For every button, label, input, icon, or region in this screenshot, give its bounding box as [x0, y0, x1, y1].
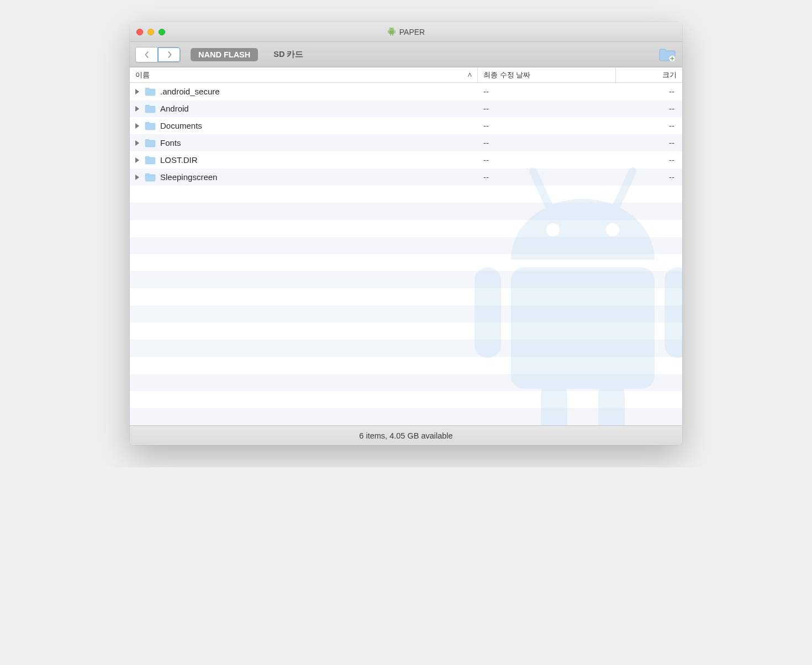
name-cell: Documents	[130, 121, 478, 130]
empty-row	[130, 323, 682, 340]
disclosure-triangle-icon[interactable]	[135, 140, 139, 146]
nav-button-group	[135, 47, 181, 62]
sort-indicator-icon: ᐱ	[468, 72, 472, 78]
empty-row	[130, 186, 682, 203]
name-cell: Fonts	[130, 138, 478, 147]
tab-nand-flash[interactable]: NAND FLASH	[191, 48, 258, 61]
table-row[interactable]: Android -- --	[130, 100, 682, 117]
empty-row	[130, 357, 682, 374]
folder-icon	[145, 104, 156, 113]
name-cell: LOST.DIR	[130, 155, 478, 165]
date-cell: --	[478, 121, 616, 130]
tab-sd-card[interactable]: SD 카드	[266, 47, 311, 62]
name-cell: .android_secure	[130, 87, 478, 96]
folder-icon	[145, 122, 156, 130]
empty-row	[130, 203, 682, 220]
toolbar: NAND FLASH SD 카드	[130, 42, 682, 67]
date-cell: --	[478, 87, 616, 96]
minimize-button[interactable]	[147, 29, 154, 35]
window-title-wrapper: PAPER	[387, 27, 425, 37]
empty-row	[130, 271, 682, 288]
size-cell: --	[616, 172, 682, 182]
folder-icon	[145, 139, 156, 147]
disclosure-triangle-icon[interactable]	[135, 175, 139, 180]
size-cell: --	[616, 121, 682, 130]
svg-rect-8	[392, 34, 393, 36]
size-cell: --	[616, 155, 682, 165]
svg-rect-6	[394, 30, 396, 33]
disclosure-triangle-icon[interactable]	[135, 106, 139, 112]
file-name: Android	[160, 104, 189, 113]
svg-rect-4	[389, 30, 394, 34]
chevron-right-icon	[167, 51, 172, 58]
size-cell: --	[616, 104, 682, 113]
column-date-header[interactable]: 최종 수정 날짜	[478, 67, 616, 82]
empty-row	[130, 237, 682, 254]
table-row[interactable]: Sleepingscreen -- --	[130, 168, 682, 186]
svg-rect-7	[390, 34, 391, 36]
empty-row	[130, 254, 682, 271]
date-cell: --	[478, 138, 616, 147]
status-text: 6 items, 4.05 GB available	[359, 431, 452, 440]
size-cell: --	[616, 87, 682, 96]
empty-row	[130, 391, 682, 408]
titlebar[interactable]: PAPER	[130, 22, 682, 42]
empty-row	[130, 340, 682, 357]
empty-row	[130, 305, 682, 323]
table-row[interactable]: Documents -- --	[130, 117, 682, 134]
file-name: Fonts	[160, 138, 181, 147]
empty-row	[130, 220, 682, 237]
disclosure-triangle-icon[interactable]	[135, 123, 139, 129]
svg-rect-5	[388, 30, 389, 33]
column-date-label: 최종 수정 날짜	[483, 70, 530, 80]
android-icon	[387, 27, 396, 37]
empty-row	[130, 408, 682, 425]
date-cell: --	[478, 104, 616, 113]
zoom-button[interactable]	[159, 29, 165, 35]
table-row[interactable]: Fonts -- --	[130, 134, 682, 151]
folder-plus-icon	[658, 48, 676, 62]
size-cell: --	[616, 138, 682, 147]
window-title: PAPER	[399, 28, 425, 36]
column-size-label: 크기	[662, 70, 677, 80]
disclosure-triangle-icon[interactable]	[135, 89, 139, 94]
column-name-header[interactable]: 이름 ᐱ	[130, 67, 478, 82]
file-name: LOST.DIR	[160, 155, 198, 165]
column-header-row: 이름 ᐱ 최종 수정 날짜 크기	[130, 67, 682, 83]
name-cell: Android	[130, 104, 478, 113]
folder-icon	[145, 156, 156, 165]
folder-icon	[145, 173, 156, 182]
window-controls	[136, 29, 165, 35]
date-cell: --	[478, 155, 616, 165]
forward-button[interactable]	[158, 48, 180, 62]
empty-row	[130, 288, 682, 305]
file-name: Documents	[160, 121, 202, 130]
folder-icon	[145, 87, 156, 96]
svg-point-2	[390, 28, 391, 29]
back-button[interactable]	[136, 48, 158, 62]
empty-row	[130, 374, 682, 391]
name-cell: Sleepingscreen	[130, 172, 478, 182]
finder-window: PAPER NAND FLASH SD 카드 이름 ᐱ	[130, 22, 682, 445]
table-row[interactable]: LOST.DIR -- --	[130, 151, 682, 168]
status-bar: 6 items, 4.05 GB available	[130, 425, 682, 445]
svg-point-3	[392, 28, 393, 29]
date-cell: --	[478, 172, 616, 182]
file-name: .android_secure	[160, 87, 220, 96]
file-list[interactable]: .android_secure -- -- Android -- -- Docu…	[130, 83, 682, 425]
new-folder-button[interactable]	[658, 47, 677, 62]
table-row[interactable]: .android_secure -- --	[130, 83, 682, 100]
column-name-label: 이름	[135, 70, 150, 80]
chevron-left-icon	[144, 51, 150, 58]
storage-tabs: NAND FLASH SD 카드	[191, 47, 311, 62]
close-button[interactable]	[136, 29, 143, 35]
file-name: Sleepingscreen	[160, 172, 217, 182]
disclosure-triangle-icon[interactable]	[135, 157, 139, 163]
column-size-header[interactable]: 크기	[616, 67, 682, 82]
